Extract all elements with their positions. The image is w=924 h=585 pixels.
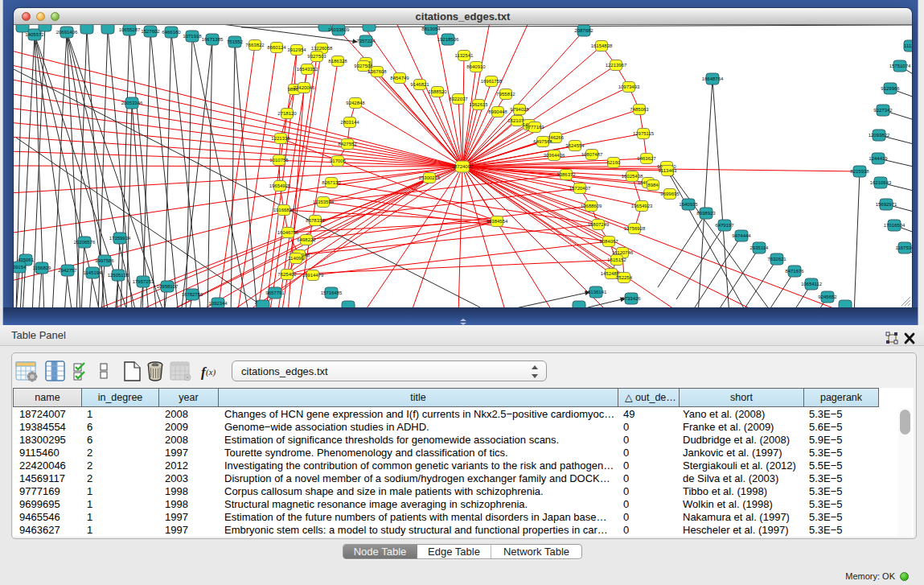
svg-text:3624554: 3624554: [565, 143, 585, 148]
svg-text:8454749: 8454749: [390, 76, 409, 80]
svg-text:17359934: 17359934: [109, 236, 131, 241]
svg-text:19654925: 19654925: [269, 183, 291, 188]
svg-text:8990448: 8990448: [488, 109, 507, 114]
svg-text:8813054: 8813054: [421, 27, 441, 31]
svg-text:1244419: 1244419: [869, 156, 888, 161]
svg-text:9777169: 9777169: [525, 125, 544, 130]
svg-text:15807249: 15807249: [588, 222, 610, 227]
svg-text:8660124: 8660124: [267, 45, 286, 50]
svg-text:16033809: 16033809: [328, 27, 350, 32]
svg-text:9463627: 9463627: [637, 156, 656, 161]
svg-text:20206576: 20206576: [74, 240, 96, 245]
svg-text:3912954: 3912954: [287, 47, 306, 52]
svg-text:17957253: 17957253: [133, 279, 154, 284]
svg-text:1145194: 1145194: [84, 270, 103, 275]
svg-text:22420046: 22420046: [294, 85, 315, 90]
svg-text:15751074: 15751074: [889, 64, 911, 68]
svg-text:10655287: 10655287: [119, 27, 141, 32]
svg-text:2935114: 2935114: [750, 245, 770, 250]
svg-text:12213967: 12213967: [606, 63, 627, 68]
svg-text:10807487: 10807487: [581, 152, 603, 157]
svg-text:1733426: 1733426: [622, 296, 641, 301]
svg-text:8267130: 8267130: [322, 180, 341, 185]
svg-text:9129966: 9129966: [881, 86, 900, 91]
svg-text:16046755: 16046755: [277, 230, 299, 235]
svg-text:(x): (x): [206, 367, 216, 377]
svg-text:2942757: 2942757: [58, 268, 77, 273]
svg-text:11353594: 11353594: [313, 200, 335, 204]
svg-text:39154: 39154: [14, 265, 27, 270]
svg-text:16210643: 16210643: [870, 180, 892, 185]
svg-text:19384554: 19384554: [487, 219, 508, 224]
svg-text:7625402: 7625402: [277, 272, 297, 277]
svg-text:17016504: 17016504: [884, 223, 906, 228]
svg-text:9084067: 9084067: [599, 239, 618, 244]
svg-text:2367608: 2367608: [368, 69, 387, 74]
svg-text:6466160: 6466160: [162, 30, 181, 35]
svg-text:15720407: 15720407: [569, 186, 591, 191]
svg-text:1071918: 1071918: [183, 34, 202, 39]
svg-text:1221338: 1221338: [271, 136, 290, 141]
svg-text:1405572: 1405572: [25, 32, 44, 37]
svg-text:20364436: 20364436: [544, 153, 565, 158]
svg-text:9997586: 9997586: [95, 258, 114, 263]
svg-text:20691406: 20691406: [56, 30, 78, 35]
svg-text:1362615: 1362615: [469, 102, 488, 107]
svg-text:1156829: 1156829: [33, 266, 52, 270]
svg-text:19756928: 19756928: [624, 226, 646, 231]
svg-text:8186328: 8186328: [328, 59, 347, 64]
svg-text:62160: 62160: [607, 160, 621, 165]
svg-text:1527602: 1527602: [141, 29, 160, 34]
svg-text:7632621: 7632621: [767, 257, 786, 262]
svg-text:1588520: 1588520: [428, 89, 447, 94]
svg-text:6479197: 6479197: [715, 223, 734, 228]
svg-text:15692971: 15692971: [876, 202, 897, 207]
svg-text:11123: 11123: [904, 43, 912, 48]
svg-text:10025438: 10025438: [622, 174, 643, 179]
svg-text:15136141: 15136141: [585, 290, 607, 295]
svg-text:9227342: 9227342: [873, 108, 893, 113]
svg-text:9657791: 9657791: [265, 290, 285, 295]
svg-text:18724007: 18724007: [452, 164, 474, 169]
svg-text:16648764: 16648764: [702, 76, 724, 81]
svg-text:13226058: 13226058: [311, 46, 333, 51]
svg-text:917006: 917006: [330, 159, 347, 163]
svg-text:1167534: 1167534: [896, 245, 912, 250]
svg-text:8427552: 8427552: [338, 142, 357, 146]
svg-text:7386372: 7386372: [556, 172, 576, 177]
svg-text:751552: 751552: [227, 39, 244, 44]
svg-text:16120746: 16120746: [612, 250, 634, 255]
svg-text:1615152: 1615152: [607, 257, 626, 262]
svg-text:1640935: 1640935: [679, 202, 698, 207]
svg-text:114099: 114099: [288, 256, 304, 261]
svg-text:8678334: 8678334: [306, 218, 325, 223]
svg-text:9327503: 9327503: [307, 54, 326, 59]
svg-text:1010755: 1010755: [269, 158, 289, 163]
svg-text:9474444: 9474444: [732, 233, 751, 238]
svg-text:15716485: 15716485: [321, 290, 343, 295]
svg-text:19654923: 19654923: [631, 204, 653, 208]
svg-text:12505135: 12505135: [108, 273, 129, 278]
svg-text:25300275: 25300275: [419, 175, 441, 180]
svg-text:16782759: 16782759: [182, 292, 203, 297]
svg-text:10654112: 10654112: [801, 282, 823, 286]
svg-text:2087682: 2087682: [574, 28, 593, 33]
svg-text:10973493: 10973493: [618, 84, 640, 89]
svg-text:19218506: 19218506: [437, 37, 459, 42]
svg-text:2718120: 2718120: [277, 111, 297, 116]
svg-text:16154838: 16154838: [591, 43, 613, 48]
svg-text:9699695: 9699695: [660, 192, 680, 196]
svg-text:16914479: 16914479: [302, 273, 324, 278]
svg-text:9245652: 9245652: [818, 295, 837, 299]
svg-text:10688609: 10688609: [581, 204, 602, 208]
svg-text:16961758: 16961758: [481, 79, 503, 84]
svg-text:9327506: 9327506: [354, 64, 373, 68]
svg-text:8938923: 8938923: [696, 211, 716, 216]
svg-text:9794028: 9794028: [510, 107, 529, 112]
svg-text:9146821: 9146821: [410, 82, 429, 87]
svg-text:9242848: 9242848: [346, 101, 365, 105]
svg-text:16543352: 16543352: [297, 67, 318, 72]
svg-text:16671385: 16671385: [202, 37, 224, 42]
svg-text:2803144: 2803144: [340, 120, 359, 125]
svg-text:1132541: 1132541: [455, 53, 474, 58]
